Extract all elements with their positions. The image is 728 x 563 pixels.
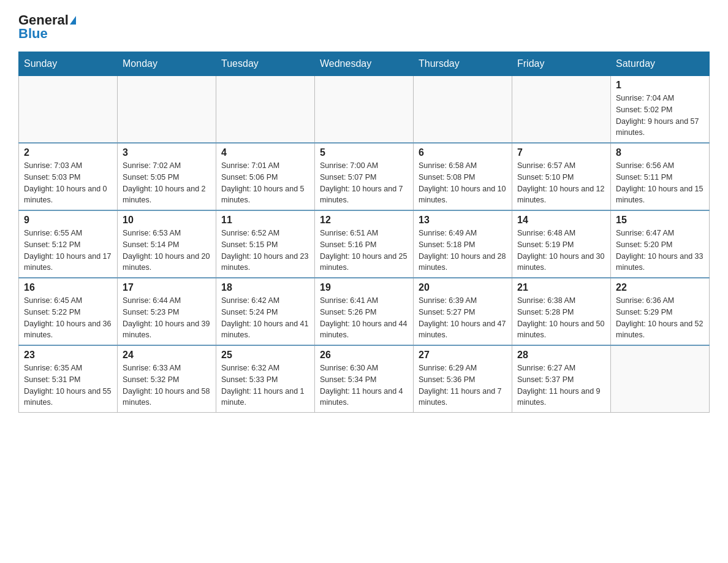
day-info: Sunrise: 6:41 AM Sunset: 5:26 PM Dayligh… xyxy=(320,295,408,341)
day-number: 2 xyxy=(24,147,112,158)
calendar-cell: 15Sunrise: 6:47 AM Sunset: 5:20 PM Dayli… xyxy=(611,210,710,278)
day-header-sunday: Sunday xyxy=(19,52,118,76)
calendar-cell xyxy=(19,76,118,144)
calendar-cell xyxy=(315,76,414,144)
calendar-cell: 16Sunrise: 6:45 AM Sunset: 5:22 PM Dayli… xyxy=(19,278,118,345)
day-number: 27 xyxy=(419,350,507,361)
calendar-cell: 27Sunrise: 6:29 AM Sunset: 5:36 PM Dayli… xyxy=(414,345,512,413)
day-number: 6 xyxy=(419,147,507,158)
calendar-week-row: 1Sunrise: 7:04 AM Sunset: 5:02 PM Daylig… xyxy=(19,76,710,144)
calendar-cell: 13Sunrise: 6:49 AM Sunset: 5:18 PM Dayli… xyxy=(414,210,512,278)
day-number: 3 xyxy=(123,147,211,158)
calendar-cell xyxy=(512,76,611,144)
day-number: 4 xyxy=(221,147,309,158)
day-info: Sunrise: 7:01 AM Sunset: 5:06 PM Dayligh… xyxy=(221,160,309,206)
day-info: Sunrise: 6:52 AM Sunset: 5:15 PM Dayligh… xyxy=(221,228,309,274)
day-info: Sunrise: 6:35 AM Sunset: 5:31 PM Dayligh… xyxy=(24,362,112,408)
day-number: 14 xyxy=(517,215,605,226)
calendar-cell: 18Sunrise: 6:42 AM Sunset: 5:24 PM Dayli… xyxy=(216,278,315,345)
day-number: 18 xyxy=(221,282,309,293)
day-number: 9 xyxy=(24,215,112,226)
day-info: Sunrise: 6:36 AM Sunset: 5:29 PM Dayligh… xyxy=(616,295,704,341)
day-info: Sunrise: 6:49 AM Sunset: 5:18 PM Dayligh… xyxy=(419,228,507,274)
day-info: Sunrise: 7:00 AM Sunset: 5:07 PM Dayligh… xyxy=(320,160,408,206)
day-number: 12 xyxy=(320,215,408,226)
calendar-cell: 20Sunrise: 6:39 AM Sunset: 5:27 PM Dayli… xyxy=(414,278,512,345)
day-info: Sunrise: 6:32 AM Sunset: 5:33 PM Dayligh… xyxy=(221,362,309,408)
calendar-cell: 5Sunrise: 7:00 AM Sunset: 5:07 PM Daylig… xyxy=(315,143,414,210)
calendar-cell: 22Sunrise: 6:36 AM Sunset: 5:29 PM Dayli… xyxy=(611,278,710,345)
day-number: 7 xyxy=(517,147,605,158)
calendar-cell: 4Sunrise: 7:01 AM Sunset: 5:06 PM Daylig… xyxy=(216,143,315,210)
day-header-friday: Friday xyxy=(512,52,611,76)
calendar-table: SundayMondayTuesdayWednesdayThursdayFrid… xyxy=(18,52,710,413)
calendar-week-row: 2Sunrise: 7:03 AM Sunset: 5:03 PM Daylig… xyxy=(19,143,710,210)
calendar-cell: 8Sunrise: 6:56 AM Sunset: 5:11 PM Daylig… xyxy=(611,143,710,210)
day-number: 8 xyxy=(616,147,704,158)
day-number: 1 xyxy=(616,80,704,91)
calendar-cell: 10Sunrise: 6:53 AM Sunset: 5:14 PM Dayli… xyxy=(118,210,216,278)
day-info: Sunrise: 6:33 AM Sunset: 5:32 PM Dayligh… xyxy=(123,362,211,408)
day-info: Sunrise: 6:48 AM Sunset: 5:19 PM Dayligh… xyxy=(517,228,605,274)
day-number: 21 xyxy=(517,282,605,293)
calendar-cell xyxy=(216,76,315,144)
calendar-cell: 26Sunrise: 6:30 AM Sunset: 5:34 PM Dayli… xyxy=(315,345,414,413)
day-number: 19 xyxy=(320,282,408,293)
day-header-thursday: Thursday xyxy=(414,52,512,76)
day-info: Sunrise: 6:45 AM Sunset: 5:22 PM Dayligh… xyxy=(24,295,112,341)
day-info: Sunrise: 7:04 AM Sunset: 5:02 PM Dayligh… xyxy=(616,93,704,139)
day-info: Sunrise: 6:58 AM Sunset: 5:08 PM Dayligh… xyxy=(419,160,507,206)
calendar-cell: 12Sunrise: 6:51 AM Sunset: 5:16 PM Dayli… xyxy=(315,210,414,278)
calendar-header-row: SundayMondayTuesdayWednesdayThursdayFrid… xyxy=(19,52,710,76)
day-info: Sunrise: 6:47 AM Sunset: 5:20 PM Dayligh… xyxy=(616,228,704,274)
calendar-cell: 23Sunrise: 6:35 AM Sunset: 5:31 PM Dayli… xyxy=(19,345,118,413)
day-info: Sunrise: 6:29 AM Sunset: 5:36 PM Dayligh… xyxy=(419,362,507,408)
day-number: 17 xyxy=(123,282,211,293)
calendar-cell: 14Sunrise: 6:48 AM Sunset: 5:19 PM Dayli… xyxy=(512,210,611,278)
calendar-cell: 17Sunrise: 6:44 AM Sunset: 5:23 PM Dayli… xyxy=(118,278,216,345)
calendar-week-row: 23Sunrise: 6:35 AM Sunset: 5:31 PM Dayli… xyxy=(19,345,710,413)
day-number: 10 xyxy=(123,215,211,226)
day-number: 20 xyxy=(419,282,507,293)
day-number: 15 xyxy=(616,215,704,226)
day-info: Sunrise: 6:57 AM Sunset: 5:10 PM Dayligh… xyxy=(517,160,605,206)
calendar-cell: 21Sunrise: 6:38 AM Sunset: 5:28 PM Dayli… xyxy=(512,278,611,345)
day-info: Sunrise: 6:55 AM Sunset: 5:12 PM Dayligh… xyxy=(24,228,112,274)
day-number: 25 xyxy=(221,350,309,361)
day-info: Sunrise: 6:27 AM Sunset: 5:37 PM Dayligh… xyxy=(517,362,605,408)
day-info: Sunrise: 6:44 AM Sunset: 5:23 PM Dayligh… xyxy=(123,295,211,341)
calendar-cell: 11Sunrise: 6:52 AM Sunset: 5:15 PM Dayli… xyxy=(216,210,315,278)
calendar-cell: 1Sunrise: 7:04 AM Sunset: 5:02 PM Daylig… xyxy=(611,76,710,144)
calendar-cell xyxy=(414,76,512,144)
day-number: 5 xyxy=(320,147,408,158)
day-number: 16 xyxy=(24,282,112,293)
calendar-cell: 19Sunrise: 6:41 AM Sunset: 5:26 PM Dayli… xyxy=(315,278,414,345)
calendar-cell xyxy=(118,76,216,144)
day-info: Sunrise: 6:56 AM Sunset: 5:11 PM Dayligh… xyxy=(616,160,704,206)
day-info: Sunrise: 6:38 AM Sunset: 5:28 PM Dayligh… xyxy=(517,295,605,341)
day-number: 23 xyxy=(24,350,112,361)
calendar-cell: 2Sunrise: 7:03 AM Sunset: 5:03 PM Daylig… xyxy=(19,143,118,210)
logo: General Blue xyxy=(18,12,76,42)
calendar-cell: 25Sunrise: 6:32 AM Sunset: 5:33 PM Dayli… xyxy=(216,345,315,413)
day-info: Sunrise: 6:42 AM Sunset: 5:24 PM Dayligh… xyxy=(221,295,309,341)
calendar-week-row: 16Sunrise: 6:45 AM Sunset: 5:22 PM Dayli… xyxy=(19,278,710,345)
logo-triangle-icon xyxy=(70,16,76,25)
calendar-cell xyxy=(611,345,710,413)
day-info: Sunrise: 6:30 AM Sunset: 5:34 PM Dayligh… xyxy=(320,362,408,408)
day-header-tuesday: Tuesday xyxy=(216,52,315,76)
calendar-week-row: 9Sunrise: 6:55 AM Sunset: 5:12 PM Daylig… xyxy=(19,210,710,278)
day-number: 24 xyxy=(123,350,211,361)
day-header-wednesday: Wednesday xyxy=(315,52,414,76)
day-info: Sunrise: 7:03 AM Sunset: 5:03 PM Dayligh… xyxy=(24,160,112,206)
day-header-saturday: Saturday xyxy=(611,52,710,76)
day-number: 13 xyxy=(419,215,507,226)
calendar-cell: 3Sunrise: 7:02 AM Sunset: 5:05 PM Daylig… xyxy=(118,143,216,210)
calendar-cell: 28Sunrise: 6:27 AM Sunset: 5:37 PM Dayli… xyxy=(512,345,611,413)
day-number: 28 xyxy=(517,350,605,361)
day-info: Sunrise: 7:02 AM Sunset: 5:05 PM Dayligh… xyxy=(123,160,211,206)
calendar-cell: 6Sunrise: 6:58 AM Sunset: 5:08 PM Daylig… xyxy=(414,143,512,210)
day-number: 26 xyxy=(320,350,408,361)
page-header: General Blue xyxy=(18,12,710,42)
calendar-cell: 24Sunrise: 6:33 AM Sunset: 5:32 PM Dayli… xyxy=(118,345,216,413)
